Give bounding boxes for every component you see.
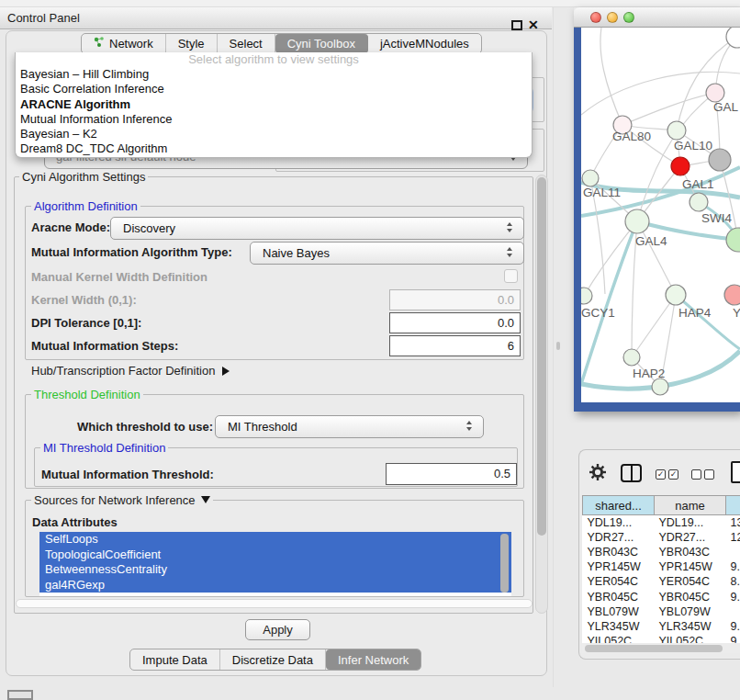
network-graph[interactable]: GALGAL80GAL10GAL1GAL11SWI4GAL4GCY1HAP4YH… xyxy=(581,28,740,402)
zoom-traffic-light-icon[interactable] xyxy=(623,12,634,23)
splitter-grip[interactable] xyxy=(556,342,560,350)
table-cell[interactable]: YBL079W xyxy=(655,604,726,619)
network-node[interactable] xyxy=(666,285,686,305)
table-cell[interactable]: YDL19... xyxy=(583,515,655,530)
table-cell[interactable] xyxy=(726,545,740,559)
table-cell[interactable]: YBL079W xyxy=(583,604,655,619)
column-header[interactable]: A xyxy=(726,496,740,515)
tab-select[interactable]: Select xyxy=(218,34,275,53)
table-cell[interactable]: YBR043C xyxy=(655,545,726,559)
network-node[interactable] xyxy=(726,228,740,252)
table-cell[interactable]: YBR043C xyxy=(583,545,655,559)
kernel-width-field[interactable]: 0.0 xyxy=(389,289,521,310)
network-node[interactable] xyxy=(671,157,690,175)
settings-horizontal-scrollbar[interactable] xyxy=(16,599,533,608)
which-threshold-select[interactable]: MI Threshold xyxy=(215,415,484,438)
table-row[interactable]: YDR27...YDR27...12 xyxy=(583,530,740,545)
network-canvas[interactable]: GALGAL80GAL10GAL1GAL11SWI4GAL4GCY1HAP4YH… xyxy=(581,28,740,402)
tab-infer-network[interactable]: Infer Network xyxy=(326,649,420,670)
table-cell[interactable]: 13 xyxy=(726,515,740,530)
network-node[interactable] xyxy=(582,170,599,186)
float-window-icon[interactable] xyxy=(511,20,522,30)
algorithm-option[interactable]: Mutual Information Inference xyxy=(16,112,532,127)
table-row[interactable]: YBR045CYBR045C9. xyxy=(583,589,740,604)
table-row[interactable]: YER054CYER054C8. xyxy=(583,574,740,589)
table-cell[interactable]: YPR145W xyxy=(655,559,726,574)
table-cell[interactable]: 12 xyxy=(726,530,740,545)
unchecked-box-icon[interactable] xyxy=(704,469,714,480)
network-edge xyxy=(600,28,622,125)
table-cell[interactable]: 8. xyxy=(726,574,740,589)
network-node[interactable] xyxy=(652,378,668,395)
aracne-mode-select[interactable]: Discovery xyxy=(110,217,524,240)
table-row[interactable]: YPR145WYPR145W9. xyxy=(583,559,740,574)
network-node[interactable] xyxy=(623,349,640,366)
column-header[interactable]: shared... xyxy=(583,496,655,515)
checked-box-icon[interactable]: ✓ xyxy=(656,469,666,480)
algorithm-option[interactable]: Bayesian – Hill Climbing xyxy=(16,67,532,82)
table-cell[interactable]: YER054C xyxy=(583,574,655,589)
manual-kernel-label: Manual Kernel Width Definition xyxy=(31,270,207,284)
tab-cyni-toolbox[interactable]: Cyni Toolbox xyxy=(275,34,368,53)
sources-group-title: Sources for Network Inference xyxy=(31,493,213,507)
column-settings-icon[interactable] xyxy=(621,464,642,482)
unchecked-box-icon[interactable] xyxy=(691,469,701,480)
mi-threshold-field[interactable]: 0.5 xyxy=(386,463,517,485)
table-cell[interactable]: YER054C xyxy=(655,574,726,589)
table-cell[interactable]: YDL19... xyxy=(655,515,726,530)
tab-discretize-data[interactable]: Discretize Data xyxy=(220,649,326,670)
column-header[interactable]: name xyxy=(655,496,726,515)
network-node[interactable] xyxy=(667,121,686,140)
network-node[interactable] xyxy=(581,288,592,304)
table-cell[interactable]: YLR345W xyxy=(583,619,655,634)
tab-jactivemnodules[interactable]: jActiveMNodules xyxy=(368,34,481,53)
network-node[interactable] xyxy=(726,28,740,48)
table-cell[interactable]: YBR045C xyxy=(583,589,655,604)
tab-network[interactable]: Network xyxy=(82,34,166,53)
minimize-traffic-light-icon[interactable] xyxy=(607,12,618,23)
table-cell[interactable]: YLR345W xyxy=(655,619,726,634)
table-cell[interactable]: YBR045C xyxy=(655,589,726,604)
network-node[interactable] xyxy=(625,209,649,233)
algorithm-option[interactable]: Dream8 DC_TDC Algorithm xyxy=(16,141,532,156)
file-icon[interactable] xyxy=(731,461,740,483)
tab-style[interactable]: Style xyxy=(166,34,218,53)
table-cell[interactable]: YDR27... xyxy=(655,530,726,545)
table-cell[interactable]: YPR145W xyxy=(583,559,655,574)
attribute-item[interactable]: BetweennessCentrality xyxy=(39,562,511,578)
network-node[interactable] xyxy=(724,285,740,305)
checked-box-icon[interactable]: ✓ xyxy=(668,469,678,480)
algorithm-option[interactable]: Bayesian – K2 xyxy=(16,127,532,141)
table-cell[interactable] xyxy=(726,604,740,619)
attribute-item[interactable]: SelfLoops xyxy=(39,532,511,548)
minimized-panel-icon[interactable] xyxy=(7,690,33,700)
network-node[interactable] xyxy=(690,193,708,211)
attribute-item[interactable]: gal4RGexp xyxy=(39,578,511,593)
table-row[interactable]: YBL079WYBL079W xyxy=(583,604,740,619)
table-row[interactable]: YBR043CYBR043C xyxy=(583,545,740,559)
settings-vertical-scrollbar-thumb[interactable] xyxy=(537,177,546,536)
apply-button[interactable]: Apply xyxy=(245,619,310,640)
table-row[interactable]: YLR345WYLR345W9. xyxy=(583,619,740,634)
gear-icon[interactable] xyxy=(589,463,607,484)
panel-splitter[interactable] xyxy=(553,7,554,687)
network-node[interactable] xyxy=(706,84,724,102)
table-cell[interactable]: 9. xyxy=(726,589,740,604)
attributes-list-scrollbar-thumb[interactable] xyxy=(500,534,509,593)
table-horizontal-scrollbar-thumb[interactable] xyxy=(585,645,723,652)
table-cell[interactable]: 9. xyxy=(726,619,740,634)
algorithm-option[interactable]: ARACNE Algorithm xyxy=(16,97,532,112)
mi-type-select[interactable]: Naive Bayes xyxy=(250,242,524,265)
tab-impute-data[interactable]: Impute Data xyxy=(130,649,220,670)
close-traffic-light-icon[interactable] xyxy=(590,12,601,23)
expand-down-icon[interactable] xyxy=(201,496,210,503)
manual-kernel-checkbox[interactable] xyxy=(504,269,518,283)
table-cell[interactable]: YDR27... xyxy=(583,530,655,545)
table-row[interactable]: YDL19...YDL19...13 xyxy=(583,515,740,530)
dpi-tolerance-field[interactable]: 0.0 xyxy=(389,312,521,333)
mi-steps-field[interactable]: 6 xyxy=(389,335,521,356)
algorithm-option[interactable]: Basic Correlation Inference xyxy=(16,82,532,96)
attribute-item[interactable]: TopologicalCoefficient xyxy=(39,548,511,563)
table-cell[interactable]: 9. xyxy=(726,559,740,574)
hub-definition-toggle[interactable]: Hub/Transcription Factor Definition xyxy=(31,364,230,378)
